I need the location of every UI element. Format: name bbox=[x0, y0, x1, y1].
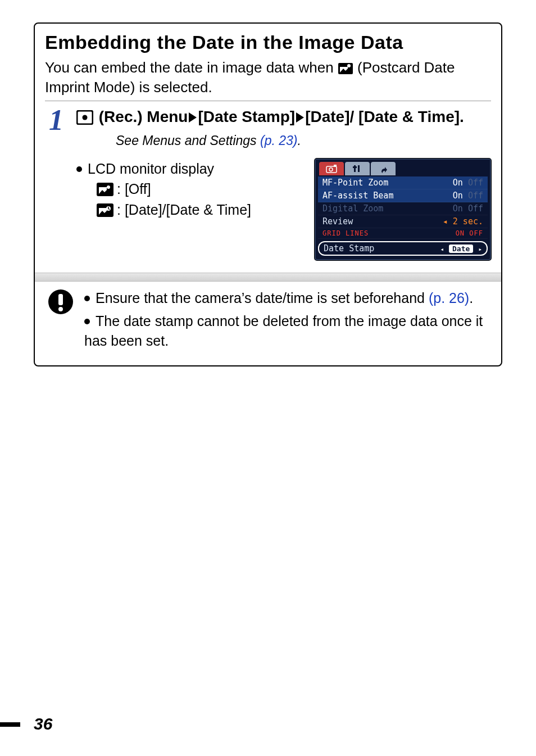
lcd-tab-setup-icon bbox=[371, 162, 396, 175]
lcd-row-gridlines: Grid LinesOn Off bbox=[318, 228, 488, 239]
page-number: 36 bbox=[34, 714, 52, 734]
thumb-index-bar bbox=[0, 722, 20, 727]
breadcrumb-arrow-icon bbox=[189, 112, 197, 123]
section-title: Embedding the Date in the Image Data bbox=[45, 31, 491, 53]
breadcrumb-date: [Date] bbox=[305, 108, 349, 125]
svg-point-2 bbox=[347, 64, 351, 67]
note-link-p26[interactable]: (p. 26) bbox=[429, 290, 469, 306]
mode-off-line: : [Off] bbox=[97, 179, 302, 200]
lcd-row-afassist: AF-assist BeamOn Off bbox=[318, 189, 488, 202]
svg-point-17 bbox=[58, 307, 63, 311]
svg-rect-9 bbox=[326, 166, 337, 173]
postcard-mode-icon bbox=[338, 62, 353, 75]
rec-menu-icon bbox=[76, 110, 93, 125]
svg-rect-13 bbox=[358, 165, 360, 172]
svg-point-11 bbox=[329, 168, 333, 171]
lcd-description: LCD monitor display : [Off] : [Date]/[D bbox=[76, 159, 302, 221]
lcd-row-review: Review◂ 2 sec. bbox=[318, 215, 488, 228]
lcd-row-digitalzoom: Digital ZoomOn Off bbox=[318, 202, 488, 215]
svg-rect-14 bbox=[353, 166, 357, 168]
breadcrumb-date-time: / [Date & Time]. bbox=[350, 108, 464, 125]
breadcrumb-arrow-icon bbox=[296, 112, 304, 123]
svg-point-4 bbox=[83, 115, 88, 120]
note-datetime: Ensure that the camera’s date/time is se… bbox=[84, 288, 489, 308]
step-1: 1 (Rec.) Menu[Date Stamp][Date]/ [Date &… bbox=[45, 105, 491, 260]
lcd-heading: LCD monitor display bbox=[76, 159, 302, 179]
lcd-row-mfpoint: MF-Point ZoomOn Off bbox=[318, 176, 488, 189]
lcd-row-datestamp: Date Stamp ◂ Date ▸ bbox=[318, 241, 488, 256]
rec-menu-label: (Rec.) Menu bbox=[94, 108, 188, 125]
see-link[interactable]: (p. 23) bbox=[260, 133, 297, 148]
see-post: . bbox=[297, 133, 301, 148]
svg-rect-10 bbox=[334, 165, 337, 167]
see-pre: See Menus and Settings bbox=[116, 133, 260, 148]
note-cannot-delete: The date stamp cannot be deleted from th… bbox=[84, 311, 489, 351]
lcd-datestamp-label: Date Stamp bbox=[324, 243, 374, 253]
breadcrumb-date-stamp: [Date Stamp] bbox=[198, 108, 295, 125]
mode-date-line: : [Date]/[Date & Time] bbox=[97, 200, 302, 221]
lcd-datestamp-value: Date bbox=[449, 245, 473, 253]
lcd-tab-rec-icon bbox=[319, 162, 344, 175]
notes-block: Ensure that the camera’s date/time is se… bbox=[45, 288, 491, 356]
svg-rect-16 bbox=[58, 294, 63, 305]
section-divider-band bbox=[35, 273, 501, 282]
step-heading: (Rec.) Menu[Date Stamp][Date]/ [Date & T… bbox=[76, 107, 491, 127]
postcard-off-icon bbox=[97, 183, 113, 196]
mode-off-label: : [Off] bbox=[117, 179, 151, 200]
svg-rect-12 bbox=[354, 165, 356, 172]
postcard-date-icon bbox=[97, 203, 113, 217]
intro-pre: You can embed the date in image data whe… bbox=[45, 59, 338, 76]
content-card: Embedding the Date in the Image Data You… bbox=[34, 22, 502, 366]
caution-icon bbox=[47, 288, 74, 315]
lcd-tabs bbox=[316, 160, 490, 175]
svg-point-6 bbox=[107, 185, 110, 189]
lcd-screenshot: MF-Point ZoomOn Off AF-assist BeamOn Off… bbox=[315, 159, 491, 260]
see-reference: See Menus and Settings (p. 23). bbox=[116, 133, 491, 148]
mode-date-label: : [Date]/[Date & Time] bbox=[117, 200, 251, 221]
lcd-tab-tools-icon bbox=[345, 162, 370, 175]
step-number: 1 bbox=[45, 106, 67, 135]
intro-text: You can embed the date in image data whe… bbox=[45, 58, 491, 97]
divider bbox=[45, 101, 491, 101]
